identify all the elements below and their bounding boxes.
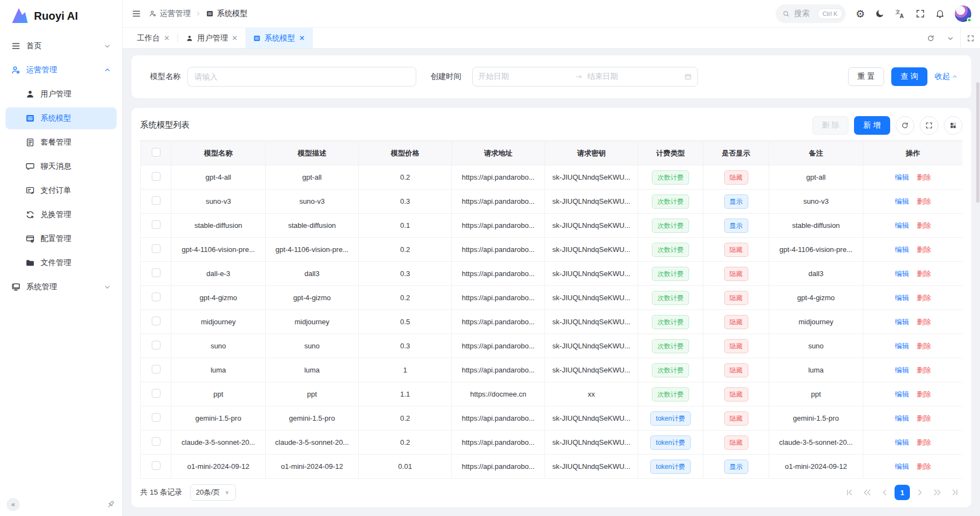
next-page-button[interactable] [912,485,927,500]
global-search[interactable]: 搜索 Ctrl K [776,4,846,23]
sidebar-item-file-management[interactable]: 文件管理 [5,252,117,274]
page-scrollbar[interactable] [976,0,979,516]
delete-link[interactable]: 删除 [917,342,931,350]
translate-icon[interactable] [895,8,906,19]
delete-link[interactable]: 删除 [917,294,931,302]
row-checkbox[interactable] [152,293,161,301]
table-panel: 系统模型列表 删 除 新 增 [131,108,971,507]
table-fullscreen-button[interactable] [920,116,938,135]
edit-link[interactable]: 编辑 [895,245,909,254]
brand[interactable]: Ruoyi AI [0,0,122,32]
collapse-filter-link[interactable]: 收起 [935,72,958,82]
row-checkbox[interactable] [152,461,161,470]
close-icon[interactable]: ✕ [232,34,238,42]
row-checkbox[interactable] [152,341,161,349]
delete-link[interactable]: 删除 [917,270,931,278]
edit-link[interactable]: 编辑 [895,390,909,398]
edit-link[interactable]: 编辑 [895,221,909,230]
delete-link[interactable]: 删除 [917,221,931,230]
close-icon[interactable]: ✕ [299,34,305,42]
sidebar-item-chat-messages[interactable]: 聊天消息 [5,156,117,177]
row-checkbox[interactable] [152,172,161,181]
add-button[interactable]: 新 增 [854,116,890,135]
model-name-input[interactable] [187,67,416,87]
search-button[interactable]: 查 询 [891,67,927,86]
edit-link[interactable]: 编辑 [895,294,909,302]
actions-cell: 编辑删除 [863,286,963,310]
fullscreen-icon[interactable] [915,9,925,19]
sidebar-item-home[interactable]: 首页 [5,35,117,57]
row-checkbox[interactable] [152,413,161,422]
close-icon[interactable]: ✕ [164,34,170,42]
edit-link[interactable]: 编辑 [895,173,909,181]
page-size-select[interactable]: 20条/页 ▼ [190,484,236,501]
edit-link[interactable]: 编辑 [895,462,909,471]
tab-system-model[interactable]: 系统模型 ✕ [245,28,313,48]
delete-link[interactable]: 删除 [917,318,931,326]
row-checkbox[interactable] [152,437,161,446]
edit-link[interactable]: 编辑 [895,438,909,446]
breadcrumb-item-system-model[interactable]: 系统模型 [206,9,248,19]
sidebar-item-payment-orders[interactable]: 支付订单 [5,180,117,202]
sidebar-item-operations[interactable]: 运营管理 [5,59,117,81]
select-all-checkbox[interactable] [152,148,161,157]
row-checkbox[interactable] [152,317,161,325]
date-range-picker[interactable]: 开始日期 结束日期 [472,67,698,87]
delete-link[interactable]: 删除 [917,462,931,471]
tab-refresh-icon[interactable] [921,28,941,48]
refresh-button[interactable] [896,116,914,135]
delete-link[interactable]: 删除 [917,414,931,422]
current-page-button[interactable]: 1 [895,485,910,500]
edit-link[interactable]: 编辑 [895,318,909,326]
sidebar-item-config-management[interactable]: 配置管理 [5,228,117,250]
sidebar-item-system-model[interactable]: 系统模型 [5,107,117,129]
dark-mode-moon-icon[interactable] [875,9,885,19]
row-checkbox[interactable] [152,389,161,398]
row-checkbox[interactable] [152,268,161,277]
reset-button[interactable]: 重 置 [848,67,884,86]
sidebar-collapse-button[interactable]: « [7,498,20,511]
notifications-bell-icon[interactable] [935,9,945,19]
row-checkbox[interactable] [152,365,161,374]
jump-next-button[interactable] [930,485,945,500]
edit-link[interactable]: 编辑 [895,366,909,374]
row-checkbox[interactable] [152,220,161,229]
jump-prev-button[interactable] [859,485,875,500]
settings-gear-icon[interactable]: ⚙ [856,9,865,19]
pin-icon[interactable] [106,500,116,509]
billing-type-tag: 次数计费 [652,291,689,305]
prev-page-button[interactable] [877,485,892,500]
breadcrumb-item-operations[interactable]: 运营管理 [149,9,191,19]
scrollbar-thumb[interactable] [976,82,979,203]
delete-link[interactable]: 删除 [917,438,931,446]
model-name-cell: gpt-4-all [171,165,266,190]
first-page-button[interactable] [842,485,857,500]
request-key-cell: xx [545,382,638,406]
delete-button[interactable]: 删 除 [812,116,849,135]
actions-cell: 编辑删除 [863,382,963,406]
tab-workbench[interactable]: 工作台 ✕ [129,28,177,48]
row-checkbox[interactable] [152,196,161,205]
sidebar-item-package-management[interactable]: 套餐管理 [5,131,117,153]
row-select-cell [141,238,171,262]
row-checkbox[interactable] [152,244,161,253]
delete-link[interactable]: 删除 [917,245,931,254]
visibility-tag: 显示 [724,460,748,474]
sidebar-item-system-management[interactable]: 系统管理 [5,276,117,298]
edit-link[interactable]: 编辑 [895,414,909,422]
delete-link[interactable]: 删除 [917,366,931,374]
sidebar-item-redeem-management[interactable]: 兑换管理 [5,204,117,226]
column-settings-button[interactable] [944,116,962,135]
tab-user-management[interactable]: 用户管理 ✕ [178,28,245,48]
delete-link[interactable]: 删除 [917,390,931,398]
edit-link[interactable]: 编辑 [895,270,909,278]
hamburger-icon[interactable] [131,9,141,19]
delete-link[interactable]: 删除 [917,173,931,181]
tab-dropdown-chevron-icon[interactable] [941,28,960,48]
last-page-button[interactable] [947,485,962,500]
edit-link[interactable]: 编辑 [895,197,909,205]
edit-link[interactable]: 编辑 [895,342,909,350]
delete-link[interactable]: 删除 [917,197,931,205]
user-avatar[interactable] [955,5,971,22]
sidebar-item-user-management[interactable]: 用户管理 [5,83,117,105]
